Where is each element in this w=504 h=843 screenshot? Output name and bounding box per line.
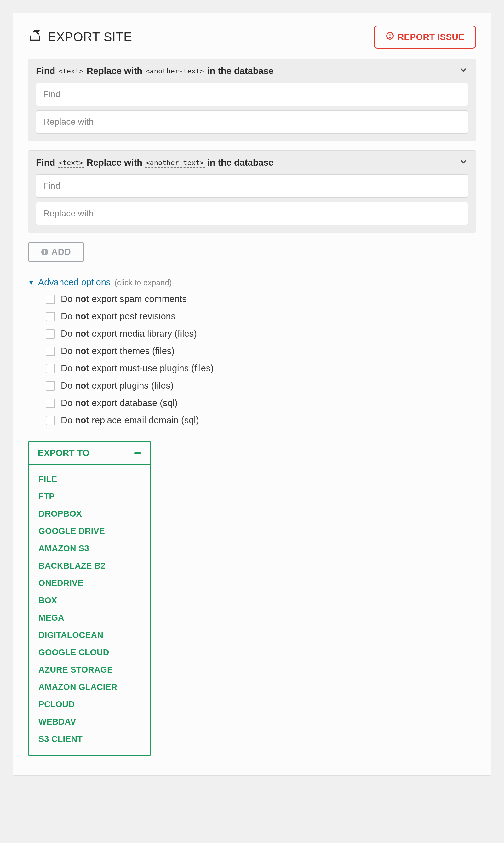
export-target-item[interactable]: WEBDAV bbox=[29, 713, 150, 731]
advanced-options-label: Advanced options bbox=[38, 277, 111, 288]
export-site-card: EXPORT SITE REPORT ISSUE Find <text> Rep… bbox=[13, 13, 491, 776]
advanced-option-checkbox[interactable] bbox=[46, 346, 55, 356]
export-icon bbox=[28, 29, 42, 46]
export-target-item[interactable]: DROPBOX bbox=[29, 505, 150, 523]
replace-input[interactable] bbox=[36, 202, 468, 225]
alert-icon bbox=[385, 32, 394, 42]
advanced-option-row[interactable]: Do not export themes (files) bbox=[46, 346, 476, 356]
find-input[interactable] bbox=[36, 174, 468, 198]
advanced-option-checkbox[interactable] bbox=[46, 312, 55, 321]
advanced-option-checkbox[interactable] bbox=[46, 294, 55, 304]
replace-input[interactable] bbox=[36, 110, 468, 133]
find-input[interactable] bbox=[36, 83, 468, 106]
export-to-header[interactable]: EXPORT TO bbox=[29, 442, 150, 465]
export-target-item[interactable]: GOOGLE CLOUD bbox=[29, 644, 150, 661]
add-button-label: ADD bbox=[51, 247, 71, 257]
chevron-down-icon[interactable] bbox=[458, 157, 468, 168]
svg-point-2 bbox=[390, 37, 390, 38]
export-target-item[interactable]: FTP bbox=[29, 488, 150, 505]
advanced-option-label: Do not replace email domain (sql) bbox=[61, 415, 199, 426]
find-replace-panel: Find <text> Replace with <another-text> … bbox=[28, 150, 476, 233]
advanced-option-row[interactable]: Do not export media library (files) bbox=[46, 328, 476, 339]
advanced-option-checkbox[interactable] bbox=[46, 329, 55, 339]
advanced-option-row[interactable]: Do not export must-use plugins (files) bbox=[46, 363, 476, 374]
export-to-label: EXPORT TO bbox=[38, 448, 89, 458]
export-target-item[interactable]: AMAZON S3 bbox=[29, 540, 150, 557]
advanced-option-row[interactable]: Do not export spam comments bbox=[46, 294, 476, 304]
find-replace-panel: Find <text> Replace with <another-text> … bbox=[28, 59, 476, 141]
advanced-option-label: Do not export spam comments bbox=[61, 294, 187, 304]
card-header: EXPORT SITE REPORT ISSUE bbox=[28, 25, 476, 49]
advanced-option-row[interactable]: Do not export post revisions bbox=[46, 311, 476, 322]
export-target-item[interactable]: DIGITALOCEAN bbox=[29, 627, 150, 644]
advanced-option-label: Do not export media library (files) bbox=[61, 328, 197, 339]
export-target-item[interactable]: BACKBLAZE B2 bbox=[29, 557, 150, 575]
triangle-down-icon: ▼ bbox=[28, 279, 34, 286]
advanced-options-hint: (click to expand) bbox=[114, 278, 172, 287]
find-replace-header[interactable]: Find <text> Replace with <another-text> … bbox=[36, 65, 468, 77]
add-button[interactable]: + ADD bbox=[28, 242, 84, 262]
advanced-option-label: Do not export database (sql) bbox=[61, 398, 178, 408]
advanced-option-checkbox[interactable] bbox=[46, 381, 55, 391]
chevron-down-icon[interactable] bbox=[458, 65, 468, 77]
advanced-option-checkbox[interactable] bbox=[46, 416, 55, 425]
report-issue-label: REPORT ISSUE bbox=[398, 32, 464, 42]
advanced-option-label: Do not export post revisions bbox=[61, 311, 176, 322]
export-target-item[interactable]: BOX bbox=[29, 592, 150, 609]
advanced-option-label: Do not export must-use plugins (files) bbox=[61, 363, 214, 374]
export-target-item[interactable]: GOOGLE DRIVE bbox=[29, 523, 150, 540]
export-to-menu: EXPORT TO FILEFTPDROPBOXGOOGLE DRIVEAMAZ… bbox=[28, 441, 151, 756]
report-issue-button[interactable]: REPORT ISSUE bbox=[374, 25, 476, 49]
advanced-option-label: Do not export plugins (files) bbox=[61, 380, 174, 391]
find-replace-header-text: Find <text> Replace with <another-text> … bbox=[36, 66, 274, 76]
export-target-item[interactable]: AZURE STORAGE bbox=[29, 661, 150, 679]
export-target-item[interactable]: ONEDRIVE bbox=[29, 575, 150, 592]
export-target-item[interactable]: S3 CLIENT bbox=[29, 731, 150, 748]
export-target-item[interactable]: PCLOUD bbox=[29, 696, 150, 713]
export-target-list: FILEFTPDROPBOXGOOGLE DRIVEAMAZON S3BACKB… bbox=[29, 465, 150, 755]
advanced-options-list: Do not export spam commentsDo not export… bbox=[28, 294, 476, 426]
find-replace-header-text: Find <text> Replace with <another-text> … bbox=[36, 158, 274, 168]
export-target-item[interactable]: MEGA bbox=[29, 609, 150, 627]
advanced-option-row[interactable]: Do not export plugins (files) bbox=[46, 380, 476, 391]
find-replace-header[interactable]: Find <text> Replace with <another-text> … bbox=[36, 157, 468, 168]
advanced-options-toggle[interactable]: ▼ Advanced options (click to expand) bbox=[28, 277, 476, 288]
export-target-item[interactable]: AMAZON GLACIER bbox=[29, 679, 150, 696]
page-title-text: EXPORT SITE bbox=[48, 30, 132, 44]
plus-circle-icon: + bbox=[41, 249, 48, 255]
advanced-option-checkbox[interactable] bbox=[46, 364, 55, 373]
minus-icon bbox=[134, 452, 141, 454]
export-target-item[interactable]: FILE bbox=[29, 471, 150, 488]
advanced-option-label: Do not export themes (files) bbox=[61, 346, 175, 356]
advanced-option-row[interactable]: Do not export database (sql) bbox=[46, 398, 476, 408]
advanced-option-checkbox[interactable] bbox=[46, 398, 55, 408]
page-title: EXPORT SITE bbox=[28, 29, 132, 46]
advanced-option-row[interactable]: Do not replace email domain (sql) bbox=[46, 415, 476, 426]
